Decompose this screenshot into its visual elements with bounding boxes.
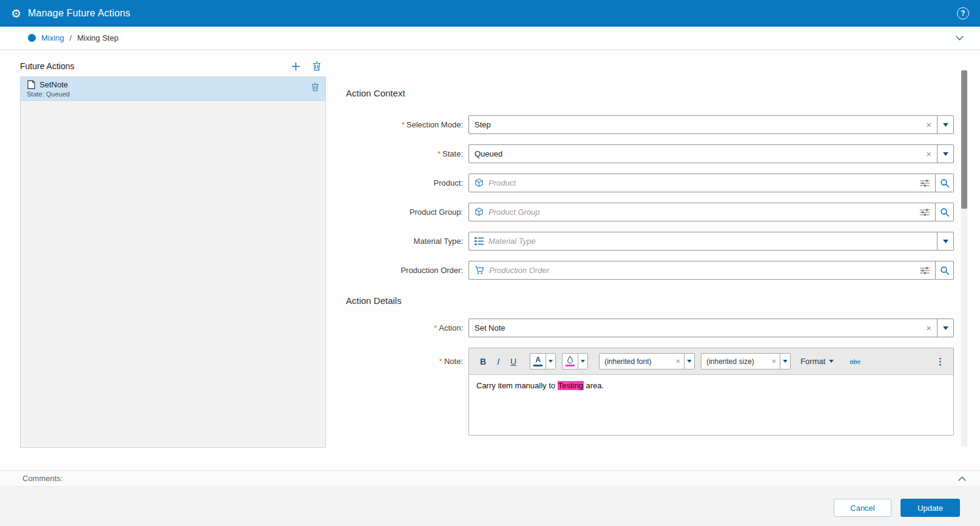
comments-label: Comments: (22, 474, 63, 483)
clear-icon[interactable]: × (921, 120, 937, 129)
vertical-scrollbar[interactable] (961, 70, 967, 447)
production-order-icon (475, 266, 484, 275)
product-search-button[interactable] (936, 174, 954, 192)
cancel-button[interactable]: Cancel (834, 499, 891, 517)
search-icon (940, 266, 950, 275)
bold-button[interactable]: B (478, 357, 488, 366)
highlight-color-bar (566, 365, 575, 366)
italic-button[interactable]: I (495, 357, 502, 366)
section-action-details: Action Details (346, 295, 954, 306)
breadcrumb-separator: / (70, 33, 72, 42)
chevron-down-icon[interactable] (684, 354, 694, 369)
breadcrumb-current: Mixing Step (77, 33, 118, 42)
font-name-select[interactable]: (inherited font) × (599, 353, 695, 369)
action-item-state: State: Queued (27, 90, 311, 98)
note-content[interactable]: Carry item manually to Testing area. (469, 375, 953, 435)
selection-mode-value: Step (475, 120, 921, 129)
gear-icon: ⚙ (11, 8, 21, 19)
comments-section: Comments: (0, 470, 980, 486)
material-type-label: Material Type: (346, 237, 468, 246)
filter-icon[interactable] (920, 209, 930, 216)
trash-icon (313, 61, 321, 71)
add-action-button[interactable] (291, 62, 300, 71)
production-order-label: Production Order: (346, 266, 468, 275)
highlight-color-button[interactable] (562, 353, 578, 369)
selection-mode-combobox[interactable]: Step × (468, 115, 954, 134)
action-form: Action Context *Selection Mode: Step × *… (346, 85, 954, 436)
material-type-field (468, 232, 954, 251)
note-text-before: Carry item manually to (476, 381, 558, 390)
breadcrumb: Mixing / Mixing Step (0, 27, 980, 50)
note-editor-toolbar: B I U A (469, 348, 953, 375)
product-input[interactable] (488, 178, 915, 187)
chevron-down-icon[interactable] (937, 232, 953, 250)
clear-icon[interactable]: × (768, 357, 780, 365)
more-options-icon[interactable]: ⋮ (936, 356, 945, 367)
droplet-icon (567, 356, 573, 363)
update-button[interactable]: Update (901, 499, 960, 517)
font-size-select[interactable]: (inherited size) × (701, 353, 791, 369)
footer-bar: Cancel Update (0, 486, 980, 526)
production-order-search-button[interactable] (936, 261, 954, 280)
product-icon (475, 178, 484, 187)
chevron-down-icon[interactable] (955, 35, 964, 41)
product-group-input[interactable] (488, 207, 915, 217)
scrollbar-thumb[interactable] (961, 70, 967, 209)
clear-icon[interactable]: × (921, 149, 937, 158)
app-header: ⚙ Manage Future Actions ? (0, 0, 980, 27)
action-item-name: SetNote (39, 80, 68, 89)
material-type-icon (475, 237, 484, 245)
filter-icon[interactable] (920, 267, 930, 274)
chevron-down-icon[interactable] (937, 319, 953, 337)
state-combobox[interactable]: Queued × (468, 144, 954, 163)
delete-action-button[interactable] (313, 61, 321, 71)
selection-mode-label: *Selection Mode: (346, 120, 468, 129)
future-actions-panel: Future Actions SetNote State: Queued (20, 58, 326, 448)
chevron-down-icon (829, 360, 834, 363)
action-combobox[interactable]: Set Note × (468, 319, 954, 337)
product-group-search-button[interactable] (936, 203, 954, 221)
strikethrough-button[interactable]: abc (850, 358, 860, 365)
future-actions-list: SetNote State: Queued (20, 76, 326, 448)
underline-button[interactable]: U (508, 357, 519, 366)
state-label: *State: (346, 149, 468, 158)
future-actions-title: Future Actions (20, 61, 75, 71)
page-title: Manage Future Actions (28, 8, 130, 19)
search-icon (940, 178, 950, 188)
list-item[interactable]: SetNote State: Queued (21, 77, 325, 101)
action-label: *Action: (346, 323, 468, 332)
product-field (468, 174, 936, 192)
filter-icon[interactable] (920, 180, 930, 187)
note-icon (27, 80, 35, 89)
help-icon[interactable]: ? (957, 7, 969, 19)
chevron-down-icon[interactable] (780, 354, 790, 369)
format-dropdown[interactable]: Format (800, 357, 834, 366)
product-group-field (468, 203, 936, 221)
note-label: *Note: (346, 348, 468, 366)
section-action-context: Action Context (346, 88, 954, 98)
material-type-input[interactable] (488, 237, 932, 246)
trash-icon[interactable] (311, 83, 319, 92)
chevron-up-icon[interactable] (958, 476, 967, 482)
note-editor: B I U A (468, 348, 954, 436)
chevron-down-icon[interactable] (937, 145, 953, 163)
product-group-icon (475, 207, 484, 217)
product-label: Product: (346, 178, 468, 187)
font-color-bar (533, 365, 542, 366)
entity-dot-icon (28, 34, 36, 42)
product-group-label: Product Group: (346, 207, 468, 217)
production-order-field (468, 261, 936, 280)
note-highlight-text: Testing (558, 381, 584, 390)
chevron-down-icon[interactable] (937, 116, 953, 133)
production-order-input[interactable] (489, 266, 915, 275)
plus-icon (291, 62, 300, 71)
clear-icon[interactable]: × (921, 323, 937, 332)
breadcrumb-link-mixing[interactable]: Mixing (41, 33, 64, 42)
chevron-down-icon[interactable] (578, 353, 588, 369)
note-text-after: area. (584, 381, 604, 390)
clear-icon[interactable]: × (672, 357, 684, 365)
action-value: Set Note (475, 323, 921, 332)
search-icon (940, 207, 950, 217)
font-color-button[interactable]: A (530, 353, 546, 369)
chevron-down-icon[interactable] (546, 353, 556, 369)
